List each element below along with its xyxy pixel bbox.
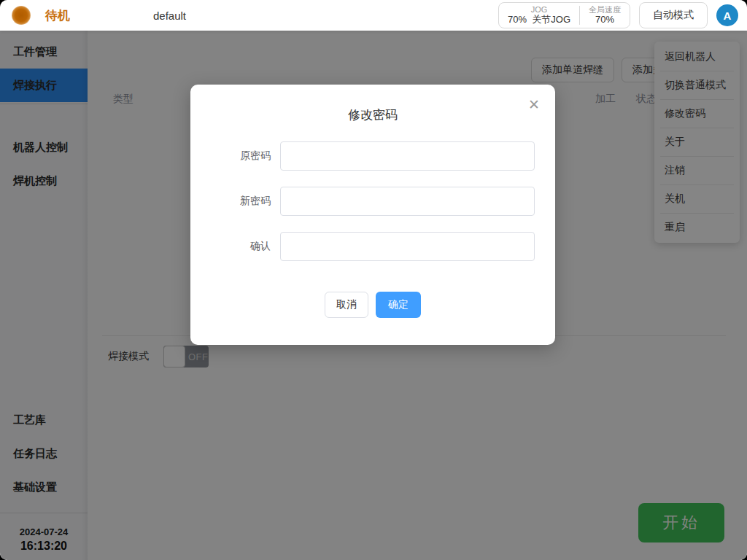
- robot-status-label: 待机: [45, 7, 70, 24]
- confirm-password-row: 确认: [211, 232, 535, 261]
- old-password-input[interactable]: [280, 141, 535, 171]
- status-indicator-icon: [12, 6, 31, 25]
- modal-title: 修改密码: [190, 106, 555, 123]
- confirm-password-input[interactable]: [280, 232, 535, 261]
- global-speed-label: 全局速度: [589, 5, 621, 15]
- auto-mode-button[interactable]: 自动模式: [639, 2, 708, 28]
- confirm-button[interactable]: 确定: [376, 292, 421, 318]
- jog-speed-group[interactable]: JOG 70% 关节JOG 全局速度 70%: [498, 2, 630, 28]
- new-password-row: 新密码: [211, 187, 535, 216]
- confirm-password-label: 确认: [211, 240, 280, 253]
- old-password-row: 原密码: [211, 141, 535, 171]
- modal-footer: 取消 确定: [190, 292, 555, 318]
- cancel-button[interactable]: 取消: [325, 292, 368, 318]
- user-avatar[interactable]: A: [716, 4, 738, 26]
- new-password-input[interactable]: [280, 187, 535, 216]
- close-icon[interactable]: ✕: [526, 98, 542, 114]
- topbar: 待机 default JOG 70% 关节JOG 全局速度 70% 自动模式 A: [0, 0, 747, 31]
- new-password-label: 新密码: [211, 195, 280, 208]
- current-project-name: default: [153, 9, 186, 22]
- app-window: 添加单道焊缝 添加多道焊缝 类型 加工 状态 焊接模式 OFF 开始 返回机器人…: [0, 0, 747, 560]
- jog-value: 70% 关节JOG: [508, 15, 570, 26]
- change-password-modal: ✕ 修改密码 原密码 新密码 确认 取消 确定: [190, 85, 555, 345]
- jog-mode-cell[interactable]: JOG 70% 关节JOG: [499, 3, 579, 28]
- global-speed-cell[interactable]: 全局速度 70%: [580, 3, 630, 28]
- password-form: 原密码 新密码 确认: [190, 141, 555, 261]
- old-password-label: 原密码: [211, 149, 280, 163]
- global-speed-value: 70%: [595, 15, 614, 26]
